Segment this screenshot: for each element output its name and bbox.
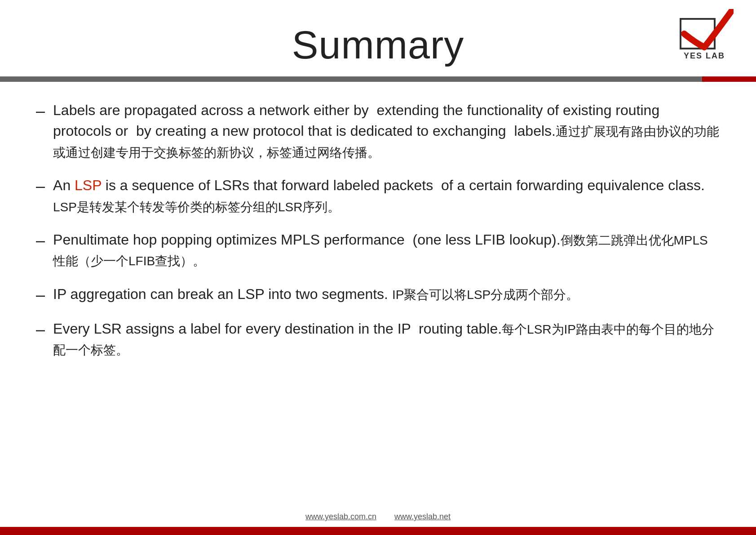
logo-checkmark <box>680 9 729 49</box>
bullet-item-3: – Penultimate hop popping optimizes MPLS… <box>36 229 720 271</box>
page-title: Summary <box>292 22 464 68</box>
bullet-dash-4: – <box>36 285 45 306</box>
bullet-item-4: – IP aggregation can break an LSP into t… <box>36 284 720 306</box>
bullet-item-2: – An LSP is a sequence of LSRs that forw… <box>36 175 720 217</box>
bullet-item-1: – Labels are propagated across a network… <box>36 100 720 162</box>
logo-text: YES LAB <box>684 51 725 61</box>
bullet-text-3: Penultimate hop popping optimizes MPLS p… <box>53 229 720 271</box>
bullet-text-5: Every LSR assigns a label for every dest… <box>53 318 720 360</box>
bullet-item-5: – Every LSR assigns a label for every de… <box>36 318 720 360</box>
content-area: – Labels are propagated across a network… <box>0 82 756 508</box>
divider <box>0 76 756 82</box>
bullet-text-1: Labels are propagated across a network e… <box>53 100 720 162</box>
footer: www.yeslab.com.cn www.yeslab.net <box>0 508 756 527</box>
footer-link-1[interactable]: www.yeslab.com.cn <box>305 512 376 522</box>
bullet-text-2: An LSP is a sequence of LSRs that forwar… <box>53 175 720 217</box>
footer-link-2[interactable]: www.yeslab.net <box>394 512 451 522</box>
bullet-dash-3: – <box>36 230 45 251</box>
divider-gray <box>0 76 702 82</box>
bullet-dash-2: – <box>36 176 45 197</box>
checkmark-icon <box>680 9 734 52</box>
bullet-text-4: IP aggregation can break an LSP into two… <box>53 284 579 304</box>
bullet-dash-1: – <box>36 101 45 122</box>
logo: YES LAB <box>680 9 729 61</box>
divider-red <box>702 76 756 82</box>
bullet-dash-5: – <box>36 319 45 340</box>
lsp-highlight: LSP <box>75 177 102 193</box>
bottom-bar <box>0 527 756 535</box>
header: Summary YES LAB <box>0 0 756 76</box>
slide: Summary YES LAB – Labels are propag <box>0 0 756 535</box>
